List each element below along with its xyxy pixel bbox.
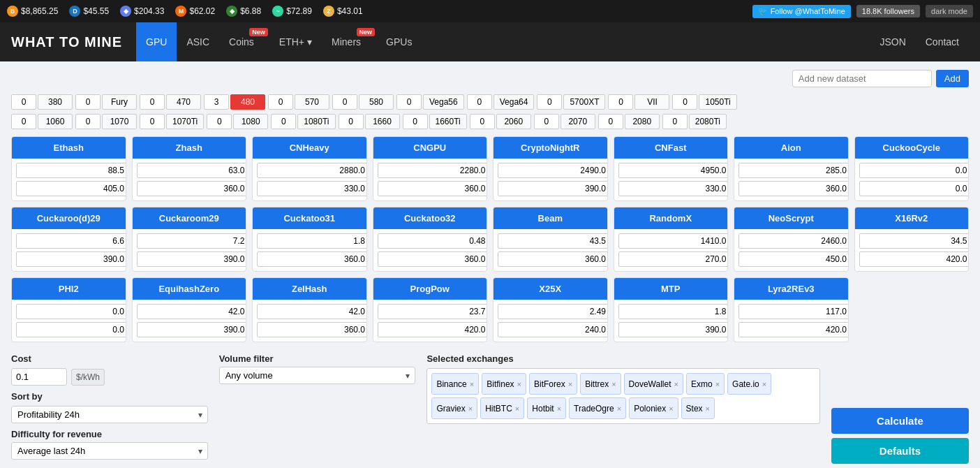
- algo-header-mtp[interactable]: MTP: [614, 278, 728, 300]
- gpu-btn-5700xt[interactable]: 5700XT: [563, 94, 605, 110]
- algo-header-aion[interactable]: Aion: [734, 137, 848, 159]
- algo-power-mtp[interactable]: [618, 322, 729, 337]
- algo-header-cuckaroom29[interactable]: Cuckaroom29: [133, 207, 246, 229]
- algo-power-beam[interactable]: [498, 251, 608, 267]
- algo-hashrate-x16rv2[interactable]: [859, 233, 970, 249]
- gpu-btn-1070ti[interactable]: 1070Ti: [166, 114, 204, 129]
- algo-power-randomx[interactable]: [618, 251, 729, 267]
- algo-header-equihashzero[interactable]: EquihashZero: [133, 278, 246, 300]
- exchange-remove-bitfinex[interactable]: ×: [517, 380, 521, 388]
- gpu-count-1070[interactable]: [75, 114, 101, 129]
- algo-hashrate-zelhash[interactable]: [257, 304, 367, 319]
- exchange-remove-graviex[interactable]: ×: [468, 404, 473, 413]
- algo-header-cryptonightr[interactable]: CryptoNightR: [493, 137, 607, 159]
- gpu-btn-1070[interactable]: 1070: [102, 114, 137, 129]
- exchange-remove-stex[interactable]: ×: [706, 404, 710, 413]
- algo-power-zelhash[interactable]: [257, 322, 367, 337]
- algo-hashrate-cnfast[interactable]: [618, 163, 729, 178]
- algo-hashrate-cngpu[interactable]: [378, 163, 488, 178]
- gpu-btn-vii[interactable]: VII: [634, 94, 669, 110]
- dataset-add-button[interactable]: Add: [936, 70, 969, 87]
- algo-hashrate-cuckatoo31[interactable]: [257, 233, 367, 249]
- algo-power-cuckarood29[interactable]: [16, 251, 126, 267]
- sort-select[interactable]: Profitability 24h Profitability 7d Profi…: [11, 406, 208, 423]
- algo-hashrate-cuckatoo32[interactable]: [378, 233, 488, 249]
- exchange-remove-gate.io[interactable]: ×: [762, 380, 766, 388]
- gpu-count-vega56[interactable]: [396, 94, 422, 110]
- algo-hashrate-beam[interactable]: [498, 233, 608, 249]
- exchange-remove-poloniex[interactable]: ×: [669, 404, 673, 413]
- algo-hashrate-neoscrypt[interactable]: [738, 233, 849, 249]
- algo-header-zhash[interactable]: Zhash: [133, 137, 246, 159]
- algo-power-cuckrocycle[interactable]: [859, 181, 970, 196]
- algo-header-cuckatoo32[interactable]: Cuckatoo32: [373, 207, 487, 229]
- nav-item-contact[interactable]: Contact: [916, 22, 969, 61]
- algo-power-x16rv2[interactable]: [859, 251, 970, 267]
- gpu-btn-580[interactable]: 580: [359, 94, 394, 110]
- algo-header-cngpu[interactable]: CNGPU: [373, 137, 487, 159]
- algo-power-cnfast[interactable]: [618, 181, 729, 196]
- gpu-btn-2060[interactable]: 2060: [496, 114, 531, 129]
- algo-power-cuckatoo32[interactable]: [378, 251, 488, 267]
- difficulty-select[interactable]: Average last 24h Average last 7d Current: [11, 442, 208, 460]
- gpu-count-2080ti[interactable]: [662, 114, 688, 129]
- algo-header-neoscrypt[interactable]: NeoScrypt: [734, 207, 848, 229]
- gpu-btn-2080ti[interactable]: 2080Ti: [689, 114, 727, 129]
- nav-item-coins[interactable]: Coins New: [219, 22, 269, 61]
- gpu-count-2080[interactable]: [598, 114, 623, 129]
- algo-header-cuckarood29[interactable]: Cuckaroo(d)29: [12, 207, 126, 229]
- cost-input[interactable]: [11, 368, 67, 386]
- gpu-count-2070[interactable]: [534, 114, 559, 129]
- nav-item-json[interactable]: JSON: [870, 22, 915, 61]
- algo-hashrate-zhash[interactable]: [137, 163, 247, 178]
- gpu-btn-vega56[interactable]: Vega56: [423, 94, 464, 110]
- nav-item-gpu[interactable]: GPU: [136, 22, 177, 61]
- follow-button[interactable]: 🐦 Follow @WhatToMine: [752, 5, 851, 18]
- gpu-btn-2070[interactable]: 2070: [560, 114, 595, 129]
- gpu-count-380[interactable]: [11, 94, 36, 110]
- exchange-remove-bitforex[interactable]: ×: [568, 380, 572, 388]
- algo-power-cnheavy[interactable]: [257, 181, 367, 196]
- algo-header-beam[interactable]: Beam: [493, 207, 607, 229]
- algo-power-x25x[interactable]: [498, 322, 608, 337]
- algo-hashrate-cnheavy[interactable]: [257, 163, 367, 178]
- gpu-count-1080[interactable]: [207, 114, 232, 129]
- algo-power-zhash[interactable]: [137, 181, 247, 196]
- nav-item-ethplus[interactable]: ETH+ ▾: [269, 22, 322, 61]
- algo-hashrate-mtp[interactable]: [618, 304, 729, 319]
- gpu-btn-1080[interactable]: 1080: [233, 114, 268, 129]
- calculate-button[interactable]: Calculate: [831, 408, 969, 434]
- exchange-remove-hitbtc[interactable]: ×: [515, 404, 519, 413]
- algo-power-equihashzero[interactable]: [137, 322, 247, 337]
- gpu-btn-380[interactable]: 380: [38, 94, 73, 110]
- algo-header-cnheavy[interactable]: CNHeavy: [253, 137, 366, 159]
- algo-hashrate-cryptonightr[interactable]: [498, 163, 608, 178]
- gpu-count-2060[interactable]: [470, 114, 495, 129]
- volume-select[interactable]: Any volume > $1K > $10K: [219, 367, 416, 384]
- algo-header-progpow[interactable]: ProgPow: [373, 278, 487, 300]
- algo-header-zelhash[interactable]: ZelHash: [253, 278, 366, 300]
- nav-item-gpus[interactable]: GPUs: [376, 22, 422, 61]
- gpu-btn-1080ti[interactable]: 1080Ti: [297, 114, 335, 129]
- algo-header-x25x[interactable]: X25X: [493, 278, 607, 300]
- exchange-remove-hotbit[interactable]: ×: [557, 404, 561, 413]
- gpu-btn-480[interactable]: 480: [230, 94, 265, 110]
- gpu-count-1660[interactable]: [339, 114, 364, 129]
- algo-hashrate-phi2[interactable]: [16, 304, 126, 319]
- algo-power-cuckaroom29[interactable]: [137, 251, 247, 267]
- algo-power-neoscrypt[interactable]: [738, 251, 849, 267]
- exchange-remove-binance[interactable]: ×: [470, 380, 474, 388]
- gpu-btn-470[interactable]: 470: [166, 94, 201, 110]
- gpu-count-vii[interactable]: [608, 94, 633, 110]
- gpu-btn-vega64[interactable]: Vega64: [493, 94, 535, 110]
- gpu-btn-1660[interactable]: 1660: [365, 114, 400, 129]
- algo-power-cngpu[interactable]: [378, 181, 488, 196]
- gpu-btn-1660ti[interactable]: 1660Ti: [429, 114, 467, 129]
- gpu-count-1070ti[interactable]: [140, 114, 165, 129]
- algo-header-cuckrocycle[interactable]: CuckooCycle: [855, 137, 969, 159]
- algo-header-lyra2rev3[interactable]: Lyra2REv3: [734, 278, 848, 300]
- exchange-remove-exmo[interactable]: ×: [715, 380, 720, 388]
- gpu-count-fury[interactable]: [75, 94, 101, 110]
- algo-header-randomx[interactable]: RandomX: [614, 207, 728, 229]
- gpu-count-vega64[interactable]: [467, 94, 492, 110]
